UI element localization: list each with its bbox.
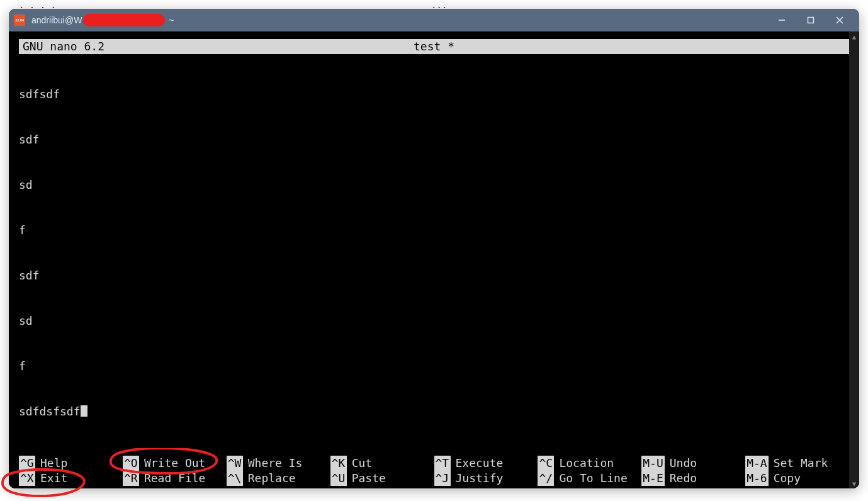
editor-line: f xyxy=(19,359,849,374)
editor-content[interactable]: sdfsdf sdf sd f sdf sd f sdfdsfsdf xyxy=(19,57,849,449)
shortcut-redo: M-ERedo xyxy=(641,471,745,486)
scroll-up-icon[interactable]: ▲ xyxy=(849,31,859,42)
scrollbar[interactable]: ▲ ▼ xyxy=(849,31,859,488)
maximize-button[interactable] xyxy=(796,9,825,31)
app-icon: 22.04 xyxy=(14,14,25,26)
nano-filename: test * xyxy=(19,39,849,54)
titlebar[interactable]: 22.04 andriibui@W ~ xyxy=(9,9,859,31)
shortcut-execute: ^TExecute xyxy=(434,456,538,471)
shortcut-write-out: ^OWrite Out xyxy=(123,456,227,471)
scroll-down-icon[interactable]: ▼ xyxy=(849,478,859,488)
shortcut-location: ^CLocation xyxy=(538,456,641,471)
shortcut-set-mark: M-ASet Mark xyxy=(745,456,849,471)
nano-status-bar: test * GNU nano 6.2 xyxy=(19,39,849,54)
minimize-button[interactable] xyxy=(767,9,796,31)
text-cursor xyxy=(81,405,87,417)
editor-line: sdf xyxy=(19,268,849,283)
shortcut-copy: M-6Copy xyxy=(745,471,849,486)
editor-line: sd xyxy=(19,177,849,193)
shortcut-read-file: ^RRead File xyxy=(123,471,227,486)
shortcut-paste: ^UPaste xyxy=(330,471,434,486)
editor-line: sd xyxy=(19,313,849,329)
shortcut-where-is: ^WWhere Is xyxy=(227,456,330,471)
editor-line: sdf xyxy=(19,132,849,147)
redaction-mark xyxy=(83,14,165,26)
shortcut-justify: ^JJustify xyxy=(434,471,538,486)
window-title-prefix: andriibui@W xyxy=(31,15,82,25)
shortcut-exit: ^XExit xyxy=(19,471,123,486)
shortcut-go-to-line: ^/Go To Line xyxy=(538,471,641,486)
shortcut-undo: M-UUndo xyxy=(641,456,745,471)
terminal-window: 22.04 andriibui@W ~ test * GNU nano 6.2 … xyxy=(9,9,859,488)
editor-line: sdfsdf xyxy=(19,87,849,102)
window-title-suffix: ~ xyxy=(169,15,174,25)
shortcut-help: ^GHelp xyxy=(19,456,123,471)
shortcut-cut: ^KCut xyxy=(330,456,434,471)
editor-line: sdfdsfsdf xyxy=(19,404,849,419)
svg-rect-0 xyxy=(808,18,814,23)
nano-shortcut-bar: ^GHelp ^OWrite Out ^WWhere Is ^KCut ^TEx… xyxy=(19,456,849,486)
terminal-area[interactable]: test * GNU nano 6.2 sdfsdf sdf sd f sdf … xyxy=(9,31,859,488)
shortcut-replace: ^\Replace xyxy=(227,471,330,486)
editor-line: f xyxy=(19,223,849,238)
close-button[interactable] xyxy=(825,9,854,31)
